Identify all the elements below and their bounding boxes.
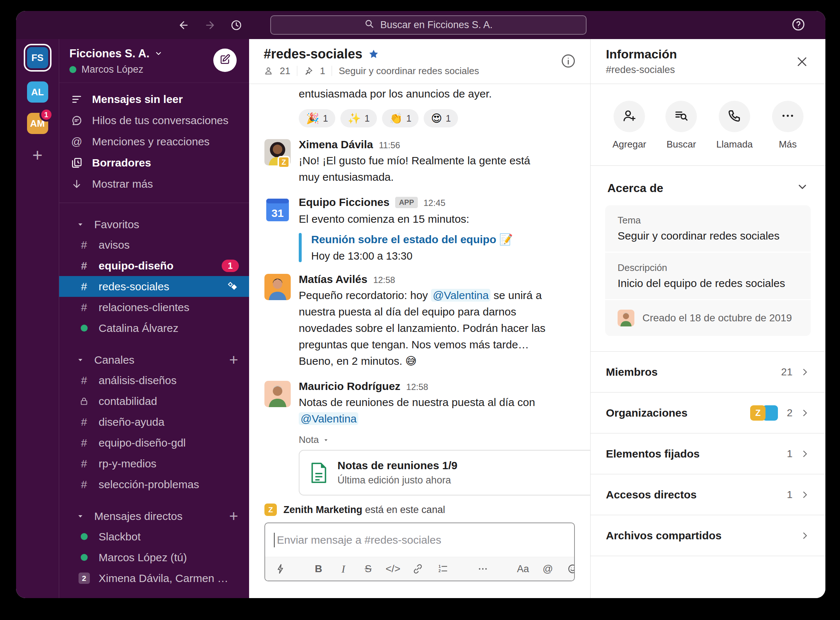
- sidebar-item-label: Borradores: [92, 157, 151, 169]
- reaction-pill[interactable]: 🎉1: [299, 109, 335, 128]
- panel-row-archivos-compartidos[interactable]: Archivos compartidos: [590, 515, 825, 556]
- italic-button[interactable]: I: [337, 562, 349, 575]
- message-author[interactable]: Matías Avilés: [299, 273, 367, 286]
- message-author[interactable]: Ximena Dávila: [299, 138, 373, 151]
- about-section: Acerca de TemaSeguir y coordinar redes s…: [590, 166, 825, 352]
- message-timestamp[interactable]: 11:56: [379, 140, 400, 150]
- smiley-button[interactable]: [567, 562, 575, 575]
- bold-button[interactable]: B: [313, 562, 324, 575]
- message-author[interactable]: Equipo Ficciones: [299, 196, 389, 209]
- info-icon[interactable]: [560, 53, 576, 71]
- message-composer[interactable]: Enviar mensaje a #redes-sociales BIS</>1…: [264, 522, 575, 581]
- help-icon[interactable]: [791, 17, 806, 33]
- channel-label: selección-problemas: [99, 479, 199, 491]
- add-channel-button[interactable]: +: [229, 507, 238, 525]
- channel-name[interactable]: #redes-sociales: [264, 47, 362, 62]
- back-icon[interactable]: [178, 19, 190, 32]
- reaction-pill[interactable]: 👏1: [382, 109, 418, 128]
- message-timestamp[interactable]: 12:58: [373, 275, 395, 285]
- top-bar: Buscar en Ficciones S. A.: [16, 11, 825, 39]
- member-count[interactable]: 21: [280, 65, 291, 77]
- panel-row-accesos-directos[interactable]: Accesos directos1: [590, 474, 825, 515]
- channel-item-selecci-n-problemas[interactable]: #selección-problemas: [59, 474, 249, 495]
- sidebar-item-menciones-y-reacciones[interactable]: @Menciones y reacciones: [59, 131, 249, 152]
- channel-item-an-lisis-dise-os[interactable]: #análisis-diseños: [59, 370, 249, 391]
- channel-item-catalina-lvarez[interactable]: Catalina Álvarez: [59, 318, 249, 339]
- sidebar-item-borradores[interactable]: Borradores: [59, 152, 249, 173]
- workspace-menu[interactable]: Ficciones S. A.: [69, 47, 209, 60]
- bolt-button[interactable]: [275, 562, 286, 575]
- channel-item-dise-o-ayuda[interactable]: #diseño-ayuda: [59, 411, 249, 432]
- section-header[interactable]: Canales+: [59, 350, 249, 370]
- forward-icon[interactable]: [204, 19, 216, 32]
- pin-count[interactable]: 1: [320, 65, 325, 77]
- channel-item-redes-sociales[interactable]: #redes-sociales: [59, 276, 249, 297]
- channel-item-relaciones-clientes[interactable]: #relaciones-clientes: [59, 297, 249, 318]
- user-mention[interactable]: @Valentina: [431, 289, 491, 302]
- about-field-descripci-n[interactable]: DescripciónInicio del equipo de redes so…: [605, 253, 811, 300]
- add-workspace-button[interactable]: +: [32, 146, 42, 164]
- hash-icon: #: [78, 479, 90, 491]
- presence-icon: [81, 325, 88, 331]
- workspace-button-am[interactable]: AM1: [27, 113, 48, 134]
- composer-input[interactable]: Enviar mensaje a #redes-sociales: [265, 523, 574, 557]
- reaction-pill[interactable]: ✨1: [340, 109, 377, 128]
- sidebar-item-mostrar-m-s[interactable]: Mostrar más: [59, 173, 249, 195]
- dots-button[interactable]: [477, 562, 489, 575]
- reaction-emoji: ✨: [348, 112, 361, 125]
- channel-item-equipo-dise-o-gdl[interactable]: #equipo-diseño-gdl: [59, 432, 249, 453]
- channel-item-equipo-dise-o[interactable]: #equipo-diseño1: [59, 255, 249, 276]
- channel-item-contabilidad[interactable]: contabilidad: [59, 391, 249, 411]
- close-icon[interactable]: [795, 55, 808, 70]
- message-timestamp[interactable]: 12:58: [406, 382, 428, 392]
- panel-action-agregar[interactable]: Agregar: [613, 101, 646, 150]
- workspace-button-fs[interactable]: FS: [27, 47, 48, 68]
- collapse-chevron-icon[interactable]: [796, 181, 808, 196]
- panel-action-buscar[interactable]: Buscar: [665, 101, 697, 150]
- channel-topic[interactable]: Seguir y coordinar redes sociales: [339, 65, 479, 77]
- about-field-tema[interactable]: TemaSeguir y coordinar redes sociales: [605, 205, 811, 253]
- panel-row-organizaciones[interactable]: OrganizacionesZ2: [590, 393, 825, 433]
- creator-avatar: [617, 310, 634, 327]
- panel-rows: Miembros21OrganizacionesZ2Elementos fija…: [590, 352, 825, 598]
- panel-action-llamada[interactable]: Llamada: [716, 101, 753, 150]
- message-author[interactable]: Mauricio Rodríguez: [299, 380, 400, 393]
- sidebar-item-mensajes-sin-leer[interactable]: Mensajes sin leer: [59, 89, 249, 110]
- aa-button[interactable]: Aa: [517, 562, 529, 575]
- section-header[interactable]: Favoritos: [59, 215, 249, 235]
- panel-row-miembros[interactable]: Miembros21: [590, 352, 825, 393]
- add-channel-button[interactable]: +: [229, 351, 238, 369]
- code-button[interactable]: </>: [387, 562, 399, 575]
- reaction-emoji: 😍: [431, 112, 442, 125]
- history-clock-icon[interactable]: [230, 19, 242, 32]
- reaction-emoji: 🎉: [306, 112, 319, 125]
- reaction-pill[interactable]: 😍1: [424, 109, 458, 128]
- panel-row-elementos-fijados[interactable]: Elementos fijados1: [590, 433, 825, 474]
- ordered-list-button[interactable]: 12: [437, 562, 449, 575]
- row-meta: Z2: [750, 405, 810, 421]
- channel-item-ximena-d-vila-carmen-[interactable]: 2Ximena Dávila, Carmen …: [59, 568, 249, 588]
- note-dropdown[interactable]: Nota: [299, 434, 576, 445]
- channel-item-slackbot[interactable]: Slackbot: [59, 526, 249, 547]
- message: Matías Avilés12:58Pequeño recordatorio: …: [249, 271, 590, 371]
- message-timestamp[interactable]: 12:45: [424, 198, 446, 208]
- reaction-count: 1: [406, 113, 411, 124]
- channel-item-marcos-l-pez-t-[interactable]: Marcos López (tú): [59, 547, 249, 568]
- user-mention[interactable]: @Valentina: [299, 412, 358, 425]
- section-header[interactable]: Mensajes directos+: [59, 506, 249, 526]
- file-attachment[interactable]: Notas de reuniones 1/9Última edición jus…: [299, 450, 590, 495]
- workspace-button-al[interactable]: AL: [27, 81, 48, 102]
- strike-button[interactable]: S: [362, 562, 374, 575]
- sidebar-item-hilos-de-tus-conversaciones[interactable]: Hilos de tus conversaciones: [59, 110, 249, 131]
- panel-action-más[interactable]: Más: [772, 101, 804, 150]
- link-button[interactable]: [412, 562, 424, 575]
- channel-item-avisos[interactable]: #avisos: [59, 235, 249, 255]
- search-input[interactable]: Buscar en Ficciones S. A.: [270, 15, 587, 35]
- presence-icon: [81, 533, 88, 540]
- mention-at-button[interactable]: @: [542, 562, 554, 575]
- star-icon[interactable]: [368, 48, 379, 60]
- new-message-button[interactable]: [213, 48, 237, 72]
- workspace-rail: FSALAM1+: [16, 39, 59, 598]
- channel-item-rp-y-medios[interactable]: #rp-y-medios: [59, 453, 249, 474]
- event-link[interactable]: Reunión sobre el estado del equipo 📝: [311, 233, 513, 246]
